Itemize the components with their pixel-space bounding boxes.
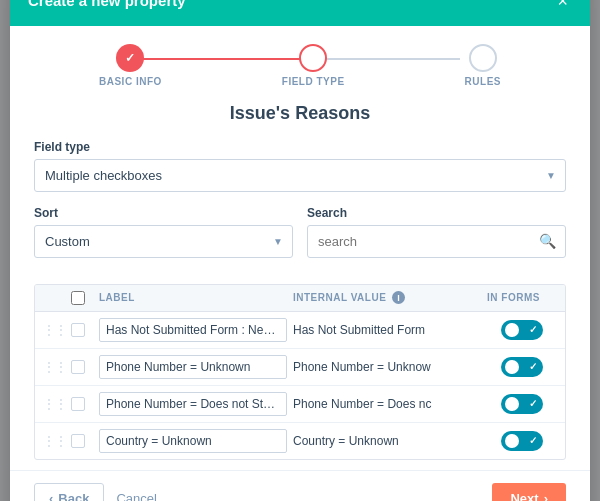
row-2-checkbox[interactable] xyxy=(71,360,85,374)
row-checkbox-wrapper xyxy=(71,323,99,337)
drag-handle-icon[interactable]: ⋮⋮ xyxy=(43,397,71,411)
row-checkbox-wrapper xyxy=(71,397,99,411)
row-checkbox-wrapper xyxy=(71,434,99,448)
row-1-checkbox[interactable] xyxy=(71,323,85,337)
row-2-internal-value: Phone Number = Unknow xyxy=(293,360,487,374)
search-section: Search 🔍 xyxy=(307,206,566,272)
select-all-checkbox[interactable] xyxy=(71,291,85,305)
toggle-check-icon: ✓ xyxy=(529,324,537,335)
row-4-internal-value: Country = Unknown xyxy=(293,434,487,448)
row-4-label-input[interactable] xyxy=(99,429,287,453)
row-1-label-cell xyxy=(99,318,293,342)
footer-left: ‹ Back Cancel xyxy=(34,483,157,502)
sort-section: Sort CustomAlphabeticalNewest ▼ xyxy=(34,206,293,272)
toggle-check-icon: ✓ xyxy=(529,361,537,372)
row-4-toggle-container: ✓ xyxy=(487,431,557,451)
modal-header: Create a new property × xyxy=(10,0,590,26)
row-2-label-input[interactable] xyxy=(99,355,287,379)
step-circle-rules xyxy=(469,44,497,72)
table-row: ⋮⋮ Phone Number = Unknow ✓ xyxy=(35,349,565,386)
drag-handle-icon[interactable]: ⋮⋮ xyxy=(43,323,71,337)
next-label: Next xyxy=(510,491,538,502)
table-header: Label Internal Value i In Forms xyxy=(35,285,565,312)
step-field-type: Field Type xyxy=(282,44,345,87)
row-1-internal-value: Has Not Submitted Form xyxy=(293,323,487,337)
search-input[interactable] xyxy=(307,225,566,258)
step-label-rules: Rules xyxy=(465,76,501,87)
row-2-toggle-container: ✓ xyxy=(487,357,557,377)
search-wrapper: 🔍 xyxy=(307,225,566,258)
modal-footer: ‹ Back Cancel Next › xyxy=(10,470,590,502)
row-4-checkbox[interactable] xyxy=(71,434,85,448)
table-row: ⋮⋮ Country = Unknown ✓ xyxy=(35,423,565,459)
next-chevron-icon: › xyxy=(544,491,548,502)
table-row: ⋮⋮ Phone Number = Does nc ✓ xyxy=(35,386,565,423)
modal-body: ✓ Basic Info Field Type Rules Issue's Re… xyxy=(10,26,590,460)
toggle-knob xyxy=(505,434,519,448)
sort-select[interactable]: CustomAlphabeticalNewest xyxy=(34,225,293,258)
step-label-field-type: Field Type xyxy=(282,76,345,87)
field-type-section: Field type Multiple checkboxesSingle che… xyxy=(34,140,566,192)
col-drag xyxy=(43,291,71,305)
row-3-internal-value: Phone Number = Does nc xyxy=(293,397,487,411)
step-rules: Rules xyxy=(465,44,501,87)
step-circle-field-type xyxy=(299,44,327,72)
sort-select-wrapper: CustomAlphabeticalNewest ▼ xyxy=(34,225,293,258)
drag-handle-icon[interactable]: ⋮⋮ xyxy=(43,434,71,448)
next-button[interactable]: Next › xyxy=(492,483,566,502)
row-4-in-forms-toggle[interactable]: ✓ xyxy=(501,431,543,451)
sort-label: Sort xyxy=(34,206,293,220)
col-label: Label xyxy=(99,291,293,305)
col-internal-value: Internal Value i xyxy=(293,291,487,305)
internal-value-info-icon[interactable]: i xyxy=(392,291,405,304)
toggle-knob xyxy=(505,397,519,411)
stepper: ✓ Basic Info Field Type Rules xyxy=(34,44,566,87)
toggle-knob xyxy=(505,360,519,374)
close-button[interactable]: × xyxy=(553,0,572,12)
field-type-label: Field type xyxy=(34,140,566,154)
search-label: Search xyxy=(307,206,566,220)
modal-title: Create a new property xyxy=(28,0,186,9)
row-1-label-input[interactable] xyxy=(99,318,287,342)
col-in-forms: In Forms xyxy=(487,291,557,305)
step-circle-basic-info: ✓ xyxy=(116,44,144,72)
table-row: ⋮⋮ Has Not Submitted Form ✓ xyxy=(35,312,565,349)
row-3-checkbox[interactable] xyxy=(71,397,85,411)
row-3-label-cell xyxy=(99,392,293,416)
back-button[interactable]: ‹ Back xyxy=(34,483,104,502)
row-1-in-forms-toggle[interactable]: ✓ xyxy=(501,320,543,340)
step-label-basic-info: Basic Info xyxy=(99,76,162,87)
toggle-check-icon: ✓ xyxy=(529,398,537,409)
options-table: Label Internal Value i In Forms ⋮⋮ Has N… xyxy=(34,284,566,460)
field-type-select-wrapper: Multiple checkboxesSingle checkboxTextNu… xyxy=(34,159,566,192)
row-2-in-forms-toggle[interactable]: ✓ xyxy=(501,357,543,377)
sort-search-row: Sort CustomAlphabeticalNewest ▼ Search 🔍 xyxy=(34,206,566,272)
row-1-toggle-container: ✓ xyxy=(487,320,557,340)
drag-handle-icon[interactable]: ⋮⋮ xyxy=(43,360,71,374)
row-checkbox-wrapper xyxy=(71,360,99,374)
create-property-modal: Create a new property × ✓ Basic Info Fie… xyxy=(10,0,590,501)
search-icon: 🔍 xyxy=(539,233,556,249)
stepper-line-filled xyxy=(140,58,300,60)
back-chevron-icon: ‹ xyxy=(49,491,53,502)
row-4-label-cell xyxy=(99,429,293,453)
toggle-check-icon: ✓ xyxy=(529,435,537,446)
row-3-label-input[interactable] xyxy=(99,392,287,416)
row-3-toggle-container: ✓ xyxy=(487,394,557,414)
page-title: Issue's Reasons xyxy=(34,103,566,124)
step-basic-info: ✓ Basic Info xyxy=(99,44,162,87)
cancel-button[interactable]: Cancel xyxy=(116,491,156,502)
row-3-in-forms-toggle[interactable]: ✓ xyxy=(501,394,543,414)
row-2-label-cell xyxy=(99,355,293,379)
back-label: Back xyxy=(58,491,89,502)
toggle-knob xyxy=(505,323,519,337)
field-type-select[interactable]: Multiple checkboxesSingle checkboxTextNu… xyxy=(34,159,566,192)
col-check xyxy=(71,291,99,305)
